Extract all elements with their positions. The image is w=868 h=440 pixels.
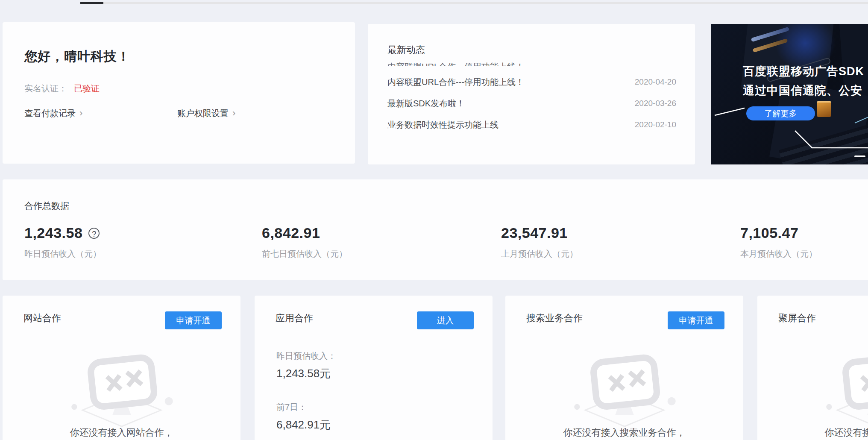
empty-state-tv-icon xyxy=(569,346,680,427)
news-item-date: 2020-03-26 xyxy=(635,99,676,108)
empty-state-tv-icon xyxy=(66,346,178,427)
cooperation-row-value: 6,842.91元 xyxy=(276,417,336,432)
stat-value: 23,547.91 xyxy=(501,225,568,241)
cooperation-action-button[interactable]: 申请开通 xyxy=(165,311,222,329)
chevron-right-icon: › xyxy=(232,108,235,118)
greeting-card: 您好，晴叶科技！ 实名认证：已验证 查看付款记录› 账户权限设置› xyxy=(3,22,355,164)
dashboard-page: 您好，晴叶科技！ 实名认证：已验证 查看付款记录› 账户权限设置› 最新动态 内… xyxy=(0,0,868,440)
cooperation-card-2: 应用合作 进入 昨日预估收入： 1,243.58元 前7日： 6,842.91元 xyxy=(255,296,493,440)
cooperation-card-4: 聚屏合作 你还没有接入聚屏合作， xyxy=(757,296,868,440)
realname-verify-row: 实名认证：已验证 xyxy=(24,83,100,94)
greeting-title: 您好，晴叶科技！ xyxy=(24,48,130,65)
stat-label: 本月预估收入（元） xyxy=(740,248,817,260)
video-progress-fill xyxy=(80,2,103,4)
news-item-partially-scrolled: 内容联盟URL合作---停用功能上线！ xyxy=(387,62,676,66)
stat-label: 上月预估收入（元） xyxy=(501,248,578,260)
cooperation-card-title: 网站合作 xyxy=(23,312,61,325)
empty-state-tv-icon xyxy=(821,346,868,427)
stat-label: 前七日预估收入（元） xyxy=(262,248,347,260)
news-item-date: 2020-04-20 xyxy=(635,77,676,87)
stat-column: 23,547.91 上月预估收入（元） xyxy=(501,225,578,260)
news-item-text: 业务数据时效性提示功能上线 xyxy=(387,119,499,131)
cooperation-data-row: 前7日： 6,842.91元 xyxy=(276,402,336,432)
account-permissions-link[interactable]: 账户权限设置› xyxy=(177,108,235,119)
empty-state-text: 你还没有接入聚屏合作， xyxy=(757,426,868,439)
cooperation-card-1: 网站合作 申请开通 你还没有接入网站合作， xyxy=(3,296,240,440)
cooperation-row-label: 昨日预估收入： xyxy=(276,350,336,362)
stat-value: 1,243.58 xyxy=(24,225,82,241)
cooperation-card-title: 聚屏合作 xyxy=(778,312,816,325)
stat-value: 7,105.47 xyxy=(740,225,798,241)
news-list-item[interactable]: 最新版SDK发布啦！ 2020-03-26 xyxy=(387,93,676,114)
cooperation-row-value: 1,243.58元 xyxy=(276,366,336,381)
news-list-item[interactable]: 内容联盟URL合作---停用功能上线！ 2020-04-20 xyxy=(387,71,676,93)
help-question-icon[interactable]: ? xyxy=(88,228,100,239)
banner-art-orange-cube xyxy=(817,101,831,117)
verify-status-badge: 已验证 xyxy=(74,84,100,93)
news-list: 内容联盟URL合作---停用功能上线！ 2020-04-20 最新版SDK发布啦… xyxy=(387,71,676,135)
stats-title: 合作总数据 xyxy=(24,200,69,212)
stat-value: 6,842.91 xyxy=(262,225,320,241)
chevron-right-icon: › xyxy=(79,108,82,118)
stat-column: 1,243.58 ? 昨日预估收入（元） xyxy=(24,225,101,260)
empty-state-text: 你还没有接入网站合作， xyxy=(3,426,240,439)
news-list-item[interactable]: 业务数据时效性提示功能上线 2020-02-10 xyxy=(387,114,676,135)
news-item-text: 内容联盟URL合作---停用功能上线！ xyxy=(387,76,524,88)
news-card: 最新动态 内容联盟URL合作---停用功能上线！ 内容联盟URL合作---停用功… xyxy=(368,24,695,164)
cooperation-data-row: 昨日预估收入： 1,243.58元 xyxy=(276,350,336,381)
empty-state-text: 你还没有接入搜索业务合作， xyxy=(505,426,743,439)
cooperation-card-title: 应用合作 xyxy=(276,312,313,325)
stat-label: 昨日预估收入（元） xyxy=(24,248,101,260)
video-progress-bar[interactable] xyxy=(80,2,868,4)
banner-headline: 百度联盟移动广告SDK xyxy=(743,64,864,79)
cooperation-card-3: 搜索业务合作 申请开通 你还没有接入搜索业务合作， xyxy=(505,296,743,440)
total-stats-card: 合作总数据 1,243.58 ? 昨日预估收入（元） 6,842.91 前七日预… xyxy=(3,179,868,280)
carousel-indicator[interactable] xyxy=(854,155,865,157)
cooperation-row-label: 前7日： xyxy=(276,402,336,413)
cooperation-card-title: 搜索业务合作 xyxy=(526,312,583,325)
banner-subline: 通过中国信通院、公安 xyxy=(743,83,862,98)
news-title: 最新动态 xyxy=(387,44,425,56)
stat-column: 7,105.47 本月预估收入（元） xyxy=(740,225,817,260)
stat-column: 6,842.91 前七日预估收入（元） xyxy=(262,225,347,260)
payment-records-link[interactable]: 查看付款记录› xyxy=(24,108,82,119)
learn-more-button[interactable]: 了解更多 xyxy=(746,106,815,120)
cooperation-action-button[interactable]: 申请开通 xyxy=(668,311,724,329)
cooperation-data-rows: 昨日预估收入： 1,243.58元 前7日： 6,842.91元 xyxy=(276,350,336,432)
verify-label: 实名认证： xyxy=(24,84,67,93)
promo-banner[interactable]: 百度联盟移动广告SDK 通过中国信通院、公安 了解更多 xyxy=(711,24,868,164)
cooperation-action-button[interactable]: 进入 xyxy=(417,311,474,329)
news-item-date: 2020-02-10 xyxy=(635,120,676,129)
news-item-text: 最新版SDK发布啦！ xyxy=(387,98,465,109)
